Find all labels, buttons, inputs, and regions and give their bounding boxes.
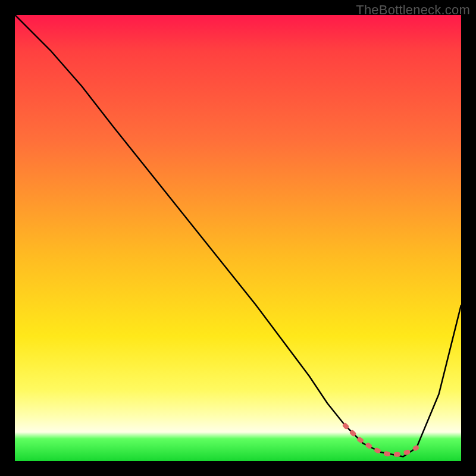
- main-curve: [15, 15, 461, 457]
- watermark-text: TheBottleneck.com: [356, 2, 470, 18]
- chart-container: TheBottleneck.com: [0, 0, 476, 476]
- trough-highlight: [345, 425, 416, 455]
- plot-box: [15, 15, 461, 461]
- curve-overlay: [15, 15, 461, 461]
